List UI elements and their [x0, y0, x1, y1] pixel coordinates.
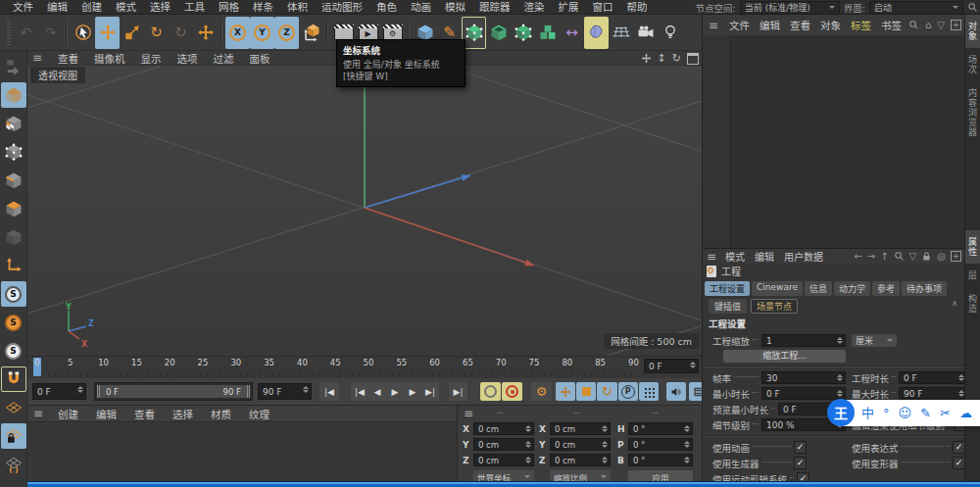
menubar-item[interactable]: 窗口 — [586, 0, 620, 15]
project-scale-field[interactable]: 1 — [761, 334, 846, 347]
material-menu-item[interactable]: 查看 — [125, 407, 164, 421]
goto-frame-field[interactable]: 0 F — [644, 359, 699, 373]
spinner-arrows-icon[interactable] — [602, 425, 608, 432]
current-frame-field[interactable]: 0 F — [32, 383, 86, 400]
checkbox[interactable]: ✓ — [794, 457, 807, 469]
scale-tool[interactable] — [120, 17, 144, 49]
menubar-item[interactable]: 工具 — [177, 0, 212, 15]
attribute-tab-Cineware[interactable]: Cineware — [752, 281, 803, 296]
snap-toggle-button[interactable]: S — [1, 281, 26, 307]
snap-modes-button[interactable]: S — [1, 338, 26, 364]
last-used-tool[interactable]: ↻ — [169, 17, 193, 49]
texture-mode-button[interactable] — [1, 111, 26, 136]
viewport[interactable]: ≡ 查看摄像机显示选项过滤面板 ↕↻ 透视视图 网格间距 : 500 cm Y … — [27, 51, 702, 356]
material-menu-item[interactable]: 纹理 — [240, 407, 278, 421]
menubar-item[interactable]: 体积 — [280, 0, 315, 15]
rotate-view-icon[interactable]: ↻ — [672, 52, 681, 65]
model-mode-button[interactable] — [1, 82, 26, 108]
attribute-menu-item[interactable]: 编辑 — [750, 249, 779, 264]
floor-button[interactable] — [609, 17, 633, 49]
menubar-item[interactable]: 模拟 — [438, 0, 472, 15]
up-icon[interactable]: ↑ — [880, 251, 888, 262]
coords-field[interactable]: 0 cm — [550, 454, 611, 466]
points-mode-button[interactable] — [1, 139, 26, 165]
interface-dropdown[interactable]: 启动 — [869, 1, 963, 15]
key-rotation-button[interactable]: ↻ — [597, 382, 616, 401]
autokeying-button[interactable] — [502, 382, 522, 401]
spinner-arrows-icon[interactable] — [602, 457, 608, 463]
checkbox[interactable]: ✓ — [794, 441, 807, 454]
menubar-item[interactable]: 创建 — [74, 0, 109, 15]
attribute-menu-item[interactable]: 模式 — [720, 249, 750, 264]
maximize-view-icon[interactable] — [687, 53, 699, 65]
spinner-arrows-icon[interactable] — [684, 441, 690, 448]
project-scale-unit-dropdown[interactable]: 厘米 — [852, 334, 897, 347]
forward-icon[interactable]: → — [867, 251, 875, 262]
viewport-menu-item[interactable]: 摄像机 — [86, 51, 133, 66]
spinner-arrows-icon[interactable] — [690, 362, 696, 368]
hamburger-icon[interactable]: ≡ — [33, 407, 43, 420]
search-icon[interactable] — [908, 20, 919, 30]
menubar-item[interactable]: 编辑 — [40, 0, 74, 15]
object-manager-menu-item[interactable]: 标签 — [846, 18, 876, 32]
ime-button[interactable]: ✎ — [920, 407, 931, 419]
hamburger-icon[interactable]: ≡ — [709, 19, 718, 32]
target-icon[interactable]: ◎ — [937, 251, 946, 262]
axis-move-tool[interactable] — [193, 17, 218, 49]
axis-mode-button[interactable] — [1, 253, 26, 278]
attribute-tab-动力学[interactable]: 动力学 — [834, 281, 870, 296]
redo-button[interactable]: ↷ — [38, 17, 63, 49]
coords-field[interactable]: 0 ° — [628, 454, 693, 466]
viewport-menu-item[interactable]: 查看 — [50, 51, 86, 66]
ime-button[interactable]: 中 — [861, 407, 874, 419]
menubar-item[interactable]: 运动图形 — [315, 0, 369, 15]
menubar-item[interactable]: 渲染 — [517, 0, 552, 15]
back-icon[interactable]: ← — [854, 251, 861, 262]
lock-icon[interactable] — [921, 251, 932, 262]
scale-project-button[interactable]: 缩放工程... — [723, 350, 846, 363]
dolly-icon[interactable]: ↕ — [658, 52, 666, 65]
volume-builder-button[interactable] — [584, 17, 609, 49]
tweak-mode-button[interactable] — [1, 224, 26, 250]
spinner-arrows-icon[interactable] — [525, 457, 531, 463]
pan-icon[interactable] — [641, 53, 652, 64]
spinner-arrows-icon[interactable] — [525, 425, 531, 432]
record-keyframe-button[interactable] — [480, 382, 501, 401]
spinner-arrows-icon[interactable] — [837, 390, 843, 397]
frame-range-bar[interactable]: 0 F 90 F — [97, 385, 250, 398]
rotate-tool[interactable]: ↻ — [144, 17, 169, 49]
spinner-arrows-icon[interactable] — [525, 441, 531, 448]
lock-workplane-button[interactable] — [1, 423, 26, 449]
dock-tab-构造[interactable]: 构造 — [965, 287, 980, 320]
menubar-item[interactable]: 样条 — [246, 0, 280, 15]
end-frame-field[interactable]: 90 F — [258, 383, 312, 400]
toolbar-drag-handle[interactable] — [7, 20, 11, 45]
lock-x-button[interactable]: X — [225, 17, 250, 49]
coords-field[interactable]: 0 cm — [473, 454, 534, 466]
settings-field[interactable]: 0 F — [899, 371, 965, 384]
next-frame-button[interactable]: ▶ — [404, 382, 421, 401]
hamburger-icon[interactable]: ≡ — [707, 250, 716, 264]
coords-field[interactable]: 0 cm — [550, 438, 611, 451]
lock-y-button[interactable]: Y — [250, 17, 274, 49]
object-manager-menu-item[interactable]: 对象 — [815, 18, 846, 32]
ime-button[interactable]: ☁ — [959, 407, 972, 419]
menubar-item[interactable]: 帮助 — [620, 0, 655, 15]
live-selection-tool[interactable] — [71, 17, 95, 49]
ime-button[interactable]: ° — [883, 407, 890, 419]
sound-button[interactable] — [666, 382, 686, 401]
menubar-item[interactable]: 模式 — [109, 0, 143, 15]
extrude-generator-button[interactable] — [486, 17, 511, 49]
spinner-arrows-icon[interactable] — [837, 337, 843, 344]
spinner-arrows-icon[interactable] — [837, 374, 843, 381]
hamburger-icon[interactable]: ≡ — [32, 51, 42, 65]
attribute-tab-待办事项[interactable]: 待办事项 — [902, 281, 947, 296]
menubar-item[interactable]: 文件 — [6, 0, 40, 15]
timeline-ruler[interactable]: 0 F 051015202530354045505560657075808590 — [27, 357, 702, 379]
camera-button[interactable] — [633, 17, 658, 49]
attribute-tab-场景节点[interactable]: 场景节点 — [751, 299, 798, 314]
scroll-up-icon[interactable]: ∧ — [952, 299, 957, 308]
cloner-button[interactable] — [535, 17, 560, 49]
menubar-item[interactable]: 扩展 — [552, 0, 586, 15]
spinner-arrows-icon[interactable] — [77, 386, 83, 393]
